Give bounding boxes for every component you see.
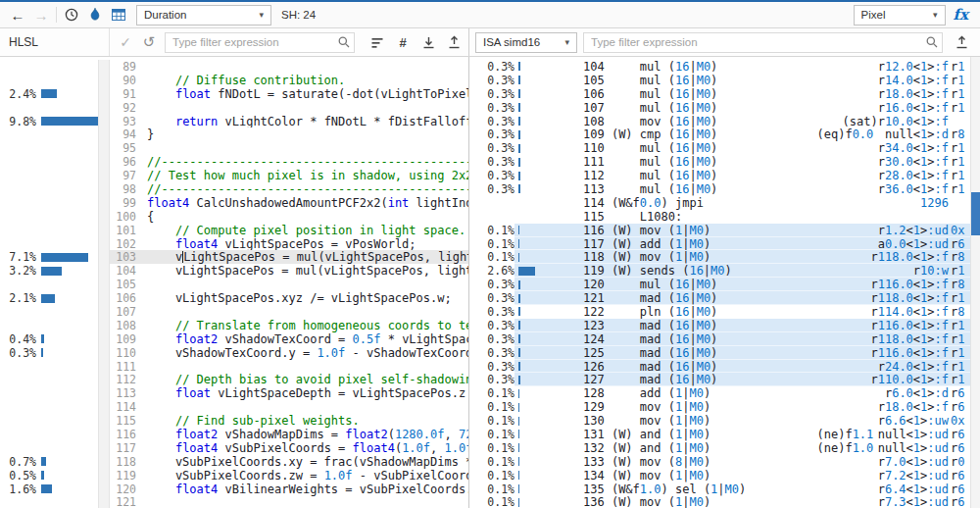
- shader-stage-dropdown[interactable]: Pixel ▾: [854, 5, 946, 25]
- isa-destination-operand: r118.0<1>:f: [870, 332, 949, 346]
- isa-row[interactable]: 0.1%118 (W) mov (1|M0)r118.0<1>:fr8: [469, 250, 970, 264]
- hlsl-line[interactable]: 9.8%93 return vLightColor * fNDotL * fDi…: [0, 115, 468, 128]
- hlsl-line[interactable]: 113 float vLightSpaceDepth = vLightSpace…: [0, 386, 468, 400]
- undo-icon[interactable]: ↺: [137, 30, 161, 54]
- fx-functions-icon[interactable]: fx: [954, 6, 968, 24]
- filter-sort-icon[interactable]: [365, 30, 390, 54]
- isa-row[interactable]: 0.1%136 (W) mov (1|M0)r7.3<1>:udr6: [469, 496, 970, 508]
- hlsl-line[interactable]: 89: [0, 60, 468, 74]
- hlsl-line[interactable]: 2.1%106 vLightSpacePos.xyz /= vLightSpac…: [0, 291, 468, 305]
- hlsl-line[interactable]: 121: [0, 496, 468, 508]
- isa-row[interactable]: 0.3%111 mul (16|M0)r30.0<1>:fr1: [469, 155, 970, 169]
- isa-row[interactable]: 0.3%123 mad (16|M0)r116.0<1>:fr1: [469, 319, 970, 332]
- hlsl-line[interactable]: 0.3%110 vShadowTexCoord.y = 1.0f - vShad…: [0, 346, 468, 360]
- isa-row[interactable]: 0.1%134 (W) mov (1|M0)r7.2<1>:udr6: [469, 469, 970, 483]
- table-view-icon[interactable]: [107, 3, 130, 26]
- isa-pct-label: 0.3%: [469, 346, 514, 360]
- isa-row[interactable]: 114 (W&f0.0) jmpi1296: [469, 196, 970, 210]
- hlsl-line[interactable]: 108 // Translate from homogeneous coords…: [0, 319, 468, 332]
- hlsl-line[interactable]: 7.1%103 vLightSpacePos = mul(vLightSpace…: [0, 250, 468, 264]
- isa-row[interactable]: 0.3%125 mad (16|M0)r116.0<1>:fr1: [469, 346, 970, 360]
- isa-row[interactable]: 0.3%127 mad (16|M0)r110.0<1>:fr1: [469, 373, 970, 386]
- isa-row[interactable]: 0.3%104 mul (16|M0)r12.0<1>:fr1: [469, 60, 970, 74]
- isa-row[interactable]: 0.1%132 (W) and (1|M0) (ne)f1.0null<1>:u…: [469, 441, 970, 455]
- duration-dropdown[interactable]: Duration ▾: [136, 5, 271, 25]
- isa-row[interactable]: 0.3%109 (W) cmp (16|M0) (eq)f0.0null<1>:…: [469, 127, 970, 141]
- line-number: 101: [110, 224, 143, 237]
- isa-row[interactable]: 0.1%116 (W) mov (1|M0)r1.2<1>:ud0x: [469, 224, 970, 237]
- isa-row[interactable]: 0.1%129 mov (1|M0)r18.0<1>:fr6: [469, 400, 970, 414]
- isa-instruction: 112 mul (16|M0): [583, 169, 878, 182]
- hlsl-heat-gutter-cell: 0.7%: [0, 455, 98, 469]
- hlsl-line[interactable]: 116 float2 vShadowMapDims = float2(1280.…: [0, 428, 468, 441]
- isa-row[interactable]: 0.3%108 mov (16|M0)(sat)r10.0<1>:f: [469, 115, 970, 128]
- isa-row[interactable]: 0.3%126 mad (16|M0)r24.0<1>:fr1: [469, 360, 970, 374]
- forward-button[interactable]: →: [29, 3, 53, 26]
- code-text: float2 vShadowMapDims = float2(1280.0f, …: [143, 428, 468, 441]
- hlsl-line[interactable]: 0.5%119 vSubPixelCoords.zw = 1.0f - vSub…: [0, 469, 468, 483]
- isa-row[interactable]: 2.6%119 (W) sends (16|M0)r10:wr1: [469, 264, 970, 278]
- hlsl-line[interactable]: 114: [0, 400, 468, 414]
- hlsl-line[interactable]: 96//------------------------------------…: [0, 155, 468, 169]
- isa-row[interactable]: 0.3%112 mul (16|M0)r28.0<1>:fr1: [469, 169, 970, 182]
- hlsl-line[interactable]: 99float4 CalcUnshadowedAmountPCF2x2(int …: [0, 196, 468, 210]
- isa-row[interactable]: 0.3%122 pln (16|M0)r114.0<1>:fr8: [469, 305, 970, 319]
- hlsl-line[interactable]: 115 // Find sub-pixel weights.: [0, 414, 468, 428]
- isa-filter-input[interactable]: [583, 32, 943, 53]
- isa-destination-operand: r7.2<1>:ud: [878, 469, 949, 483]
- isa-export-icon[interactable]: [949, 30, 974, 54]
- hlsl-line[interactable]: 97// Test how much pixel is in shadow, u…: [0, 169, 468, 182]
- hlsl-code-cell: 105: [110, 278, 468, 291]
- history-clock-icon[interactable]: [60, 3, 83, 26]
- isa-row[interactable]: 0.3%124 mad (16|M0)r118.0<1>:fr1: [469, 332, 970, 346]
- back-button[interactable]: ←: [6, 3, 29, 26]
- hlsl-line[interactable]: 95: [0, 141, 468, 155]
- isa-row[interactable]: 0.1%130 mov (1|M0)r6.6<1>:uw0x: [469, 414, 970, 428]
- isa-row[interactable]: 115 L1080:: [469, 210, 970, 224]
- hlsl-line[interactable]: 105: [0, 278, 468, 291]
- line-number: 118: [110, 455, 143, 469]
- hlsl-line[interactable]: 112 // Depth bias to avoid pixel self-sh…: [0, 373, 468, 386]
- hlsl-line[interactable]: 92: [0, 101, 468, 115]
- hlsl-line[interactable]: 100{: [0, 210, 468, 224]
- hlsl-line[interactable]: 0.7%118 vSubPixelCoords.xy = frac(vShado…: [0, 455, 468, 469]
- apply-check-icon[interactable]: ✓: [114, 30, 137, 54]
- isa-row[interactable]: 0.1%117 (W) add (1|M0)a0.0<1>:udr6: [469, 237, 970, 251]
- isa-row[interactable]: 0.3%121 mad (16|M0)r118.0<1>:fr1: [469, 291, 970, 305]
- hlsl-code-cell: 90 // Diffuse contribution.: [110, 74, 468, 87]
- hlsl-line[interactable]: 107: [0, 305, 468, 319]
- isa-scrollbar-thumb[interactable]: [971, 192, 980, 235]
- hotspot-flame-icon[interactable]: [83, 3, 107, 26]
- hlsl-line[interactable]: 1.6%120 float4 vBilinearWeights = vSubPi…: [0, 483, 468, 496]
- hlsl-filter-input[interactable]: [165, 32, 355, 53]
- hlsl-line[interactable]: 2.4%91 float fNDotL = saturate(-dot(vLig…: [0, 87, 468, 101]
- hlsl-line[interactable]: 98//------------------------------------…: [0, 182, 468, 196]
- isa-row[interactable]: 0.1%128 add (1|M0)r6.0<1>:dr6: [469, 386, 970, 400]
- isa-row[interactable]: 0.3%106 mul (16|M0)r18.0<1>:fr1: [469, 87, 970, 101]
- isa-row[interactable]: 0.3%120 mul (16|M0)r116.0<1>:fr8: [469, 278, 970, 291]
- hlsl-code-cell: 91 float fNDotL = saturate(-dot(vLightTo…: [110, 87, 468, 101]
- isa-row[interactable]: 0.1%131 (W) and (1|M0) (ne)f1.1null<1>:u…: [469, 428, 970, 441]
- hlsl-line[interactable]: 101 // Compute pixel position in light s…: [0, 224, 468, 237]
- isa-row[interactable]: 0.3%107 mul (16|M0)r16.0<1>:fr1: [469, 101, 970, 115]
- code-text: // Test how much pixel is in shadow, usi…: [143, 169, 468, 182]
- isa-destination-operand: r18.0<1>:f: [878, 400, 949, 414]
- hlsl-line[interactable]: 3.2%104 vLightSpacePos = mul(vLightSpace…: [0, 264, 468, 278]
- isa-row[interactable]: 0.1%133 (W) mov (8|M0)r7.0<1>:udr0: [469, 455, 970, 469]
- hlsl-line[interactable]: 111: [0, 360, 468, 374]
- isa-row[interactable]: 0.3%105 mul (16|M0)r14.0<1>:fr1: [469, 74, 970, 87]
- hlsl-line[interactable]: 0.4%109 float2 vShadowTexCoord = 0.5f * …: [0, 332, 468, 346]
- hlsl-line[interactable]: 102 float4 vLightSpacePos = vPosWorld;: [0, 237, 468, 251]
- isa-row[interactable]: 0.1%135 (W&f1.0) sel (1|M0)r6.4<1>:udr6: [469, 483, 970, 496]
- isa-row-body: 127 mad (16|M0)r110.0<1>:fr1: [514, 373, 970, 386]
- hlsl-line[interactable]: 90 // Diffuse contribution.: [0, 74, 468, 87]
- isa-simd-dropdown[interactable]: ISA simd16 ▾: [475, 32, 577, 53]
- hlsl-line[interactable]: 94}: [0, 127, 468, 141]
- isa-row[interactable]: 0.3%110 mul (16|M0)r34.0<1>:fr1: [469, 141, 970, 155]
- isa-row[interactable]: 0.3%113 mul (16|M0)r36.0<1>:fr1: [469, 182, 970, 196]
- hlsl-line[interactable]: 117 float4 vSubPixelCoords = float4(1.0f…: [0, 441, 468, 455]
- export-icon[interactable]: [441, 30, 466, 54]
- line-numbers-icon[interactable]: #: [390, 30, 416, 54]
- isa-scrollbar[interactable]: [970, 57, 980, 508]
- download-icon[interactable]: [416, 30, 441, 54]
